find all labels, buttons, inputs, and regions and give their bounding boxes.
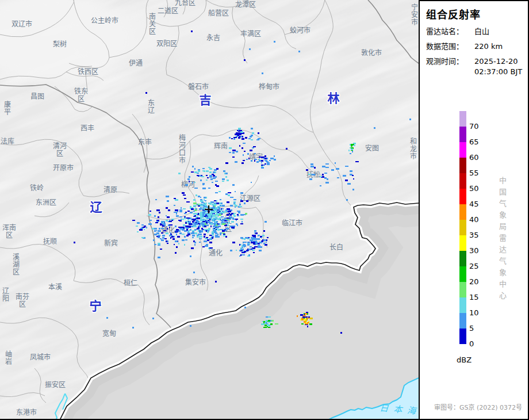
colorbar-cell	[459, 329, 466, 344]
time-row-2: 02:37:00 BJT	[426, 67, 528, 77]
place-label: 南关区	[149, 12, 156, 36]
place-label: 丰满区	[240, 30, 261, 38]
colorbar-tick: 30	[469, 246, 479, 255]
place-label: 康平	[4, 100, 11, 116]
colorbar-tick: 25	[469, 262, 479, 270]
place-label: 磐石市	[188, 82, 209, 91]
place-label: 伊通	[129, 59, 143, 67]
place-label: 九台区	[175, 0, 195, 7]
colorbar-cell	[459, 266, 466, 282]
province-label: 吉	[200, 93, 212, 107]
colorbar-cell	[459, 235, 466, 251]
colorbar-tick: 65	[469, 138, 479, 146]
colorbar-cell	[459, 173, 466, 189]
province-label: 林	[328, 91, 340, 105]
agency-watermark: 中国气象局雷达气象中心	[497, 177, 508, 303]
colorbar-cell	[459, 142, 466, 158]
time-value-date: 2025-12-20	[474, 57, 528, 66]
place-label: 梨树	[53, 40, 67, 48]
place-label: 本溪	[48, 283, 62, 291]
place-label: 和龙市	[410, 138, 417, 161]
place-label: 桦甸市	[259, 82, 279, 91]
place-label: 安图	[365, 144, 379, 152]
colorbar-tick: 55	[469, 169, 479, 177]
place-label: 溪湖区	[13, 253, 20, 276]
info-panel: 组合反射率 雷达站名： 白山 数据范围： 220 km 观测时间： 2025-1…	[419, 0, 528, 420]
place-label: 东丰	[138, 138, 152, 146]
place-label: 双辽市	[12, 20, 32, 28]
colorbar-cell	[459, 204, 466, 220]
place-label: 宽甸	[102, 329, 116, 338]
place-label: 开原市	[53, 163, 74, 172]
colorbar-tick: 40	[469, 215, 479, 224]
colorbar-tick: 35	[469, 231, 479, 239]
place-label: 铁西区	[78, 68, 98, 76]
place-label: 桓仁	[124, 278, 137, 287]
colorbar-tick: 0	[469, 339, 474, 348]
product-title: 组合反射率	[426, 6, 528, 21]
place-label: 双阳区	[156, 40, 177, 48]
place-label: 新宾	[104, 239, 118, 247]
station-label: 雷达站名：	[426, 27, 474, 36]
time-row: 观测时间： 2025-12-20	[426, 57, 528, 66]
colorbar-tick: 10	[469, 308, 479, 317]
colorbar-tick: 5	[469, 324, 474, 333]
place-label: 辉南	[214, 142, 228, 150]
place-label: 西丰	[80, 124, 94, 132]
colorbar-cell	[459, 111, 466, 127]
place-label: 抚顺	[43, 238, 57, 246]
dbz-unit: dBZ	[457, 356, 471, 364]
place-label: 长白	[329, 243, 343, 251]
colorbar-cell	[459, 189, 466, 204]
colorbar-cell	[459, 158, 466, 173]
place-label: 公主岭市	[91, 16, 118, 25]
place-label: 宁安市	[411, 3, 418, 26]
station-value: 白山	[474, 27, 528, 36]
range-label: 数据范围：	[426, 42, 474, 51]
place-label: 凤城市	[30, 353, 51, 361]
place-label: 东辽	[148, 99, 155, 114]
colorbar-tick: 20	[469, 277, 479, 286]
radar-map: 双辽市公主岭市梨树伊通九台区二道区南关区龙潭区船营区永吉丰满区双阳区磐石市桦甸市…	[0, 0, 419, 420]
colorbar-tick: 70	[469, 122, 479, 131]
place-label: 龙潭区	[235, 1, 256, 9]
map-canvas: 双辽市公主岭市梨树伊通九台区二道区南关区龙潭区船营区永吉丰满区双阳区磐石市桦甸市…	[0, 0, 419, 420]
colorbar-tick: 45	[469, 200, 479, 208]
colorbar-cell	[459, 313, 466, 329]
place-label: 振安区	[45, 380, 66, 389]
place-label: 东洲区	[36, 198, 56, 207]
place-label: 永吉	[206, 34, 220, 42]
colorbar-cell	[459, 251, 466, 266]
map-approval-number: 审图号：GS京 (2022) 0372号	[434, 402, 522, 411]
place-label: 通化	[209, 249, 223, 257]
colorbar-cell	[459, 297, 466, 313]
place-label: 清原	[103, 186, 117, 194]
colorbar-tick: 15	[469, 293, 479, 301]
place-label: 东港市	[16, 408, 37, 417]
place-label: 蛟河市	[290, 26, 310, 35]
place-label: 辽阳	[2, 287, 9, 303]
time-label: 观测时间：	[426, 57, 474, 66]
range-value: 220 km	[474, 42, 528, 51]
place-label: 集安市	[185, 278, 206, 287]
colorbar-tick: 50	[469, 184, 479, 193]
dbz-colorbar	[459, 111, 466, 344]
place-label: 船营区	[208, 9, 229, 17]
place-label: 铁岭	[30, 184, 44, 192]
province-label: 宁	[90, 299, 102, 313]
place-label: 法库	[1, 137, 14, 146]
place-label: 梅河口市	[179, 133, 186, 165]
colorbar-cell	[459, 220, 466, 235]
place-label: 二道区	[158, 7, 178, 15]
range-row: 数据范围： 220 km	[426, 42, 528, 51]
colorbar-cell	[459, 127, 466, 142]
colorbar-cell	[459, 282, 466, 297]
place-label: 昌图	[30, 93, 44, 101]
colorbar-tick: 60	[469, 153, 479, 162]
province-label: 辽	[90, 200, 103, 214]
place-label: 岫岩	[5, 350, 12, 366]
place-label: 敦化市	[361, 48, 382, 57]
time-value-clock: 02:37:00 BJT	[474, 67, 528, 77]
radar-product-screen: 双辽市公主岭市梨树伊通九台区二道区南关区龙潭区船营区永吉丰满区双阳区磐石市桦甸市…	[0, 0, 529, 420]
place-label: 临江市	[282, 219, 302, 227]
